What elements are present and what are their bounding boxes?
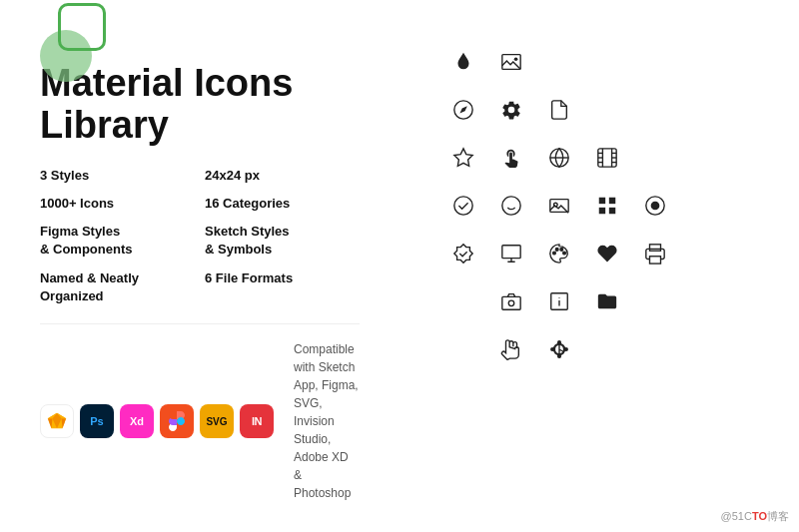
svg-point-32 (651, 202, 658, 209)
feature-sketch: Sketch Styles& Symbols (205, 223, 360, 259)
feature-named: Named & NeatlyOrganized (40, 269, 195, 305)
right-panel (360, 30, 759, 502)
icon-hand (489, 327, 533, 371)
features-grid: 3 Styles 24x24 px 1000+ Icons 16 Categor… (40, 167, 360, 305)
svg-point-41 (508, 300, 514, 306)
svg-rect-38 (650, 257, 661, 264)
icon-file (537, 88, 581, 132)
photoshop-icon: Ps (80, 404, 114, 438)
icon-settings (489, 88, 533, 132)
svg-icon: SVG (200, 404, 234, 438)
icon-empty3 (633, 40, 677, 84)
icon-globe (537, 136, 581, 180)
icon-touch (489, 136, 533, 180)
icon-empty6 (633, 136, 677, 180)
sketch-icon (40, 404, 74, 438)
icon-empty5 (633, 88, 677, 132)
bubble-front (58, 3, 106, 51)
icon-grid (585, 184, 629, 228)
svg-rect-27 (599, 198, 605, 204)
icon-empty8 (633, 279, 677, 323)
feature-styles: 3 Styles (40, 167, 195, 185)
icon-heart (585, 232, 629, 275)
icon-verified (441, 232, 485, 275)
icon-empty11 (633, 327, 677, 371)
main-title: Material Icons Library (40, 63, 360, 147)
figma-icon (160, 404, 194, 438)
icon-folder (585, 279, 629, 323)
icon-ink-drop (441, 40, 485, 84)
svg-marker-9 (454, 149, 472, 166)
logo-bubbles (40, 30, 120, 51)
svg-rect-28 (609, 198, 615, 204)
svg-rect-30 (609, 208, 615, 214)
icon-empty10 (585, 327, 629, 371)
svg-rect-40 (502, 296, 520, 309)
icon-photo (537, 184, 581, 228)
svg-rect-33 (502, 246, 520, 259)
svg-rect-47 (558, 355, 561, 358)
feature-figma: Figma Styles& Components (40, 223, 195, 259)
feature-formats: 6 File Formats (205, 269, 360, 305)
icon-check-circle (441, 184, 485, 228)
watermark: @51CTO博客 (721, 509, 789, 524)
svg-point-22 (502, 197, 520, 215)
icon-camera (489, 279, 533, 323)
xd-icon: Xd (120, 404, 154, 438)
feature-icons: 1000+ Icons (40, 195, 195, 213)
icon-desktop (489, 232, 533, 275)
icon-landscape (489, 40, 533, 84)
svg-rect-39 (650, 245, 661, 251)
svg-point-34 (553, 252, 556, 255)
icon-explore (441, 88, 485, 132)
icon-empty1 (537, 40, 581, 84)
svg-point-35 (555, 249, 558, 252)
left-panel: Material Icons Library 3 Styles 24x24 px… (40, 30, 360, 502)
svg-rect-48 (551, 348, 554, 351)
svg-point-21 (454, 197, 472, 215)
svg-point-37 (563, 252, 566, 255)
icon-empty12 (441, 375, 485, 419)
icon-empty9 (441, 327, 485, 371)
icon-empty2 (585, 40, 629, 84)
icon-face (489, 184, 533, 228)
compatible-text: Compatible with Sketch App, Figma, SVG, … (294, 340, 360, 502)
icons-grid (441, 40, 677, 419)
feature-size: 24x24 px (205, 167, 360, 185)
invision-icon: IN (240, 404, 274, 438)
app-icons-row: Ps Xd SVG IN (40, 404, 274, 438)
bottom-bar: Ps Xd SVG IN Compatibl (40, 323, 360, 502)
icon-empty4 (585, 88, 629, 132)
icon-info (537, 279, 581, 323)
svg-point-36 (560, 249, 563, 252)
svg-point-7 (514, 57, 518, 61)
svg-rect-46 (558, 341, 561, 344)
main-container: Material Icons Library 3 Styles 24x24 px… (0, 0, 799, 532)
icon-print (633, 232, 677, 275)
svg-rect-49 (565, 348, 568, 351)
icon-empty7 (441, 279, 485, 323)
feature-categories: 16 Categories (205, 195, 360, 213)
icon-radio-button (633, 184, 677, 228)
icon-palette (537, 232, 581, 275)
icon-brightness (537, 327, 581, 371)
icon-film (585, 136, 629, 180)
icon-star (441, 136, 485, 180)
svg-rect-29 (599, 208, 605, 214)
